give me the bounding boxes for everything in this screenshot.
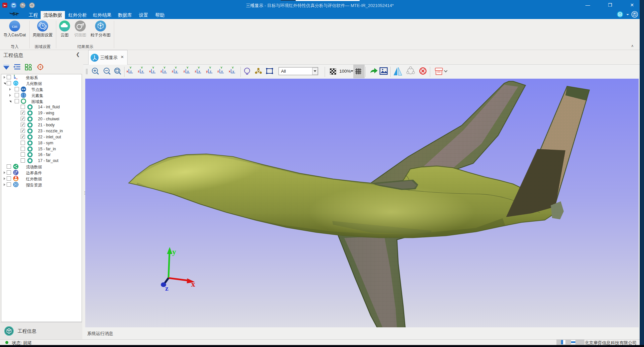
svg-text:Y: Y bbox=[186, 66, 188, 69]
svg-text:z: z bbox=[210, 70, 211, 73]
svg-text:y: y bbox=[172, 247, 176, 256]
svg-text:100%: 100% bbox=[339, 69, 351, 74]
svg-text:Y: Y bbox=[209, 66, 211, 69]
svg-text:Y: Y bbox=[163, 66, 165, 69]
svg-text:z: z bbox=[130, 70, 132, 73]
svg-text:x: x bbox=[229, 70, 230, 73]
svg-text:z: z bbox=[153, 70, 155, 73]
svg-text:Y: Y bbox=[220, 66, 222, 69]
svg-text:Y: Y bbox=[152, 66, 154, 69]
svg-text:x: x bbox=[164, 70, 166, 73]
svg-text:x: x bbox=[149, 70, 151, 73]
svg-text:z: z bbox=[195, 70, 196, 73]
svg-text:y: y bbox=[206, 70, 208, 73]
svg-text:x: x bbox=[221, 70, 223, 73]
svg-text:cas: cas bbox=[12, 24, 18, 29]
svg-text:Y: Y bbox=[232, 66, 234, 69]
svg-text:Y: Y bbox=[141, 66, 143, 69]
svg-text:x: x bbox=[198, 70, 200, 73]
svg-text:y: y bbox=[187, 70, 189, 73]
svg-text:x: x bbox=[142, 70, 143, 73]
svg-text:All: All bbox=[281, 69, 286, 74]
svg-text:x: x bbox=[16, 78, 18, 80]
svg-text:Y: Y bbox=[130, 66, 132, 69]
svg-text:y: y bbox=[232, 70, 234, 73]
svg-text:z: z bbox=[138, 70, 140, 73]
svg-text:Y: Y bbox=[198, 66, 200, 69]
svg-text:z: z bbox=[183, 70, 185, 73]
svg-text:x: x bbox=[127, 70, 128, 73]
svg-text:x: x bbox=[191, 280, 195, 288]
svg-text:z: z bbox=[15, 76, 16, 78]
svg-text:Y: Y bbox=[14, 74, 15, 76]
svg-text:z: z bbox=[165, 284, 168, 292]
svg-text:Y: Y bbox=[175, 66, 177, 69]
svg-text:z: z bbox=[172, 70, 173, 73]
svg-text:z: z bbox=[161, 70, 162, 73]
svg-text:y: y bbox=[175, 70, 177, 73]
svg-text:z: z bbox=[217, 70, 219, 73]
